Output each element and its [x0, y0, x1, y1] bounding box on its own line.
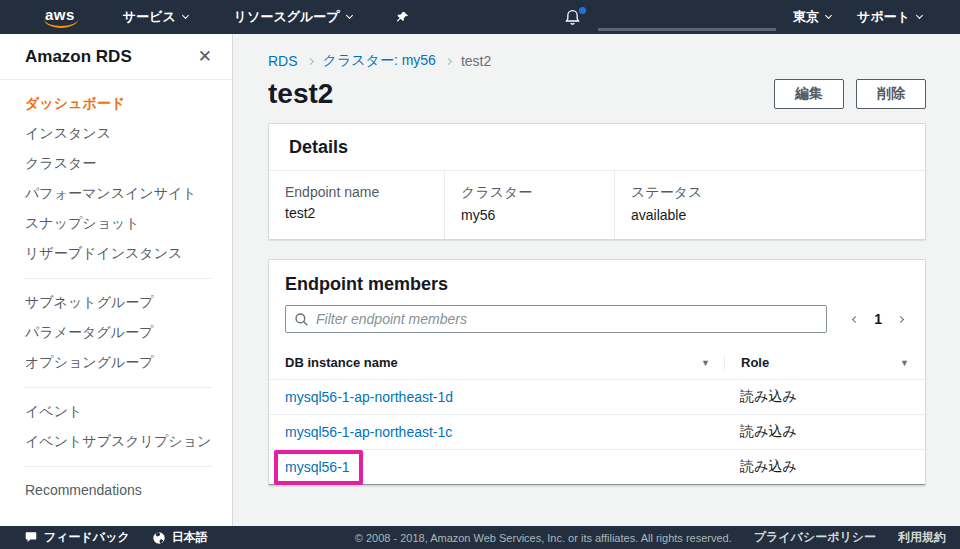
filter-row: 1 [269, 305, 925, 333]
sidebar-title: Amazon RDS [25, 47, 132, 67]
close-icon[interactable]: ✕ [198, 48, 212, 65]
status-value: available [631, 207, 925, 223]
sort-icon[interactable]: ▼ [701, 358, 710, 368]
page-actions: 編集 削除 [774, 79, 926, 109]
sidebar-item-event-subscriptions[interactable]: イベントサブスクリプション [25, 427, 212, 457]
delete-button[interactable]: 削除 [856, 79, 926, 109]
region-label: 東京 [793, 8, 819, 26]
chevron-left-icon[interactable] [852, 315, 859, 322]
sort-icon[interactable]: ▼ [900, 358, 909, 368]
role-cell: 読み込み [724, 388, 925, 406]
sidebar-item-snapshots[interactable]: スナップショット [0, 209, 232, 239]
field-label: クラスター [461, 184, 614, 202]
notification-dot [579, 7, 586, 14]
table-row: mysql56-1 読み込み [269, 450, 925, 485]
breadcrumb: RDS クラスター: my56 test2 [268, 52, 926, 70]
breadcrumb-rds[interactable]: RDS [268, 53, 298, 69]
breadcrumb-current: test2 [461, 53, 491, 69]
feedback-button[interactable]: フィードバック [24, 529, 130, 546]
feedback-bubble-icon [24, 531, 38, 544]
sidebar-item-clusters[interactable]: クラスター [0, 149, 232, 179]
services-menu-label: サービス [123, 8, 176, 26]
footer: フィードバック 日本語 © 2008 - 2018, Amazon Web Se… [0, 526, 960, 549]
db-instance-link[interactable]: mysql56-1-ap-northeast-1c [285, 424, 452, 440]
column-db-instance-name: DB instance name ▼ [269, 355, 724, 370]
region-menu[interactable]: 東京 [793, 8, 831, 26]
support-menu[interactable]: サポート [857, 8, 922, 26]
sidebar-group-recommendations: Recommendations [25, 466, 212, 513]
details-field-endpoint-name: Endpoint name test2 [269, 171, 444, 239]
footer-right: © 2008 - 2018, Amazon Web Services, Inc.… [355, 529, 946, 546]
sidebar-item-subnet-groups[interactable]: サブネットグループ [25, 288, 212, 318]
chevron-right-icon [307, 57, 314, 64]
account-name-redacted[interactable] [603, 7, 771, 28]
breadcrumb-cluster[interactable]: クラスター: my56 [323, 52, 436, 70]
pagination: 1 [853, 311, 903, 327]
notifications-button[interactable] [564, 9, 581, 26]
field-label: Endpoint name [285, 184, 444, 200]
field-value: test2 [285, 205, 444, 221]
endpoint-members-card: Endpoint members 1 DB instance name ▼ [268, 259, 926, 486]
edit-button[interactable]: 編集 [774, 79, 844, 109]
chevron-right-icon[interactable] [897, 315, 904, 322]
privacy-policy-link[interactable]: プライバシーポリシー [754, 529, 876, 546]
sidebar-item-option-groups[interactable]: オプショングループ [25, 348, 212, 378]
highlight-box: mysql56-1 [274, 450, 363, 485]
sidebar-group-main: ダッシュボード インスタンス クラスター パフォーマンスインサイト スナップショ… [0, 80, 232, 278]
sidebar-item-events[interactable]: イベント [25, 397, 212, 427]
sidebar-item-reserved-instances[interactable]: リザーブドインスタンス [0, 239, 232, 269]
details-field-status: ステータス available [614, 171, 925, 239]
role-cell: 読み込み [724, 458, 925, 476]
main-content: RDS クラスター: my56 test2 test2 編集 削除 Detail… [234, 34, 960, 526]
copyright-text: © 2008 - 2018, Amazon Web Services, Inc.… [355, 532, 732, 544]
filter-endpoint-members-input[interactable] [285, 305, 827, 333]
field-value: my56 [461, 207, 614, 223]
column-role: Role ▼ [724, 355, 925, 370]
search-icon [294, 312, 309, 327]
endpoint-members-title: Endpoint members [269, 260, 925, 305]
page-title: test2 [268, 78, 333, 110]
language-button[interactable]: 日本語 [152, 529, 208, 546]
language-label: 日本語 [172, 529, 208, 546]
sidebar-item-performance-insights[interactable]: パフォーマンスインサイト [0, 179, 232, 209]
pinned-shortcuts-button[interactable] [396, 11, 409, 24]
chevron-down-icon [916, 12, 923, 19]
terms-link[interactable]: 利用規約 [898, 529, 946, 546]
details-field-cluster: クラスター my56 [444, 171, 614, 239]
details-body: Endpoint name test2 クラスター my56 ステータス ava… [269, 171, 925, 239]
table-row: mysql56-1-ap-northeast-1c 読み込み [269, 415, 925, 450]
sidebar-header: Amazon RDS ✕ [0, 34, 232, 80]
aws-logo[interactable]: aws [45, 6, 75, 29]
pushpin-icon [396, 11, 409, 24]
sidebar-item-instances[interactable]: インスタンス [0, 119, 232, 149]
column-label: DB instance name [285, 355, 398, 370]
globe-icon [152, 531, 166, 545]
navbar-right: 東京 サポート [564, 7, 922, 28]
role-cell: 読み込み [724, 423, 925, 441]
db-instance-cell: mysql56-1-ap-northeast-1c [269, 424, 724, 440]
db-instance-link[interactable]: mysql56-1 [285, 459, 350, 475]
sidebar-item-recommendations[interactable]: Recommendations [25, 476, 212, 504]
support-label: サポート [857, 8, 910, 26]
top-navbar: aws サービス リソースグループ 東京 サポート [0, 0, 960, 34]
page-number[interactable]: 1 [874, 311, 882, 327]
feedback-label: フィードバック [44, 529, 130, 546]
column-label: Role [741, 355, 769, 370]
table-header-row: DB instance name ▼ Role ▼ [269, 346, 925, 380]
members-table: DB instance name ▼ Role ▼ mysql56-1-ap-n… [269, 346, 925, 485]
sidebar-item-dashboard[interactable]: ダッシュボード [0, 89, 232, 119]
sidebar-group-groups: サブネットグループ パラメータグループ オプショングループ [25, 278, 212, 387]
chevron-right-icon [445, 57, 452, 64]
resource-groups-label: リソースグループ [234, 8, 340, 26]
page-header: test2 編集 削除 [268, 78, 926, 110]
services-menu[interactable]: サービス [123, 8, 188, 26]
resource-groups-menu[interactable]: リソースグループ [234, 8, 352, 26]
sidebar-group-events: イベント イベントサブスクリプション [25, 387, 212, 466]
chevron-down-icon [182, 12, 189, 19]
field-label: ステータス [631, 184, 925, 202]
db-instance-link[interactable]: mysql56-1-ap-northeast-1d [285, 389, 453, 405]
details-card: Details Endpoint name test2 クラスター my56 ス… [268, 123, 926, 240]
sidebar-item-parameter-groups[interactable]: パラメータグループ [25, 318, 212, 348]
details-card-title: Details [269, 124, 925, 171]
table-row: mysql56-1-ap-northeast-1d 読み込み [269, 380, 925, 415]
